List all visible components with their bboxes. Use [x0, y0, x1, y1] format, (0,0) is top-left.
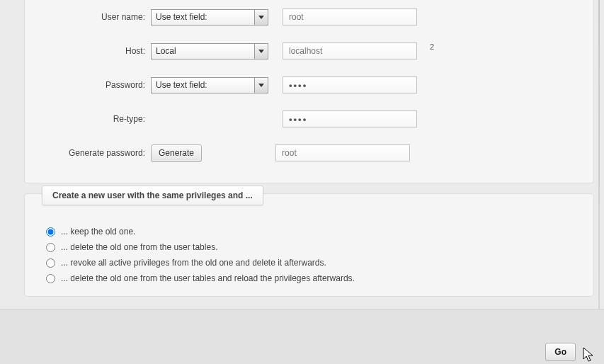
login-info-panel: User name: Use text field: root Host: Lo…	[24, 0, 594, 183]
row-password: Password: Use text field: ••••	[32, 68, 586, 102]
copy-user-legend: Create a new user with the same privileg…	[42, 186, 263, 205]
radio-keep-label[interactable]: ... keep the old one.	[61, 227, 135, 237]
action-bar: Go	[0, 309, 604, 364]
radio-revoke-label[interactable]: ... revoke all active privileges from th…	[61, 258, 326, 268]
input-retype[interactable]: ••••	[283, 110, 417, 127]
select-username-mode-value: Use text field:	[156, 12, 207, 22]
row-retype: Re-type: ••••	[32, 102, 586, 136]
input-password[interactable]: ••••	[283, 76, 417, 93]
input-username[interactable]: root	[283, 8, 417, 25]
input-password-value: ••••	[289, 80, 307, 91]
select-host-mode-value: Local	[156, 46, 176, 56]
chevron-down-icon	[254, 44, 268, 59]
label-host: Host:	[32, 46, 151, 56]
chevron-down-icon	[254, 10, 268, 25]
select-host-mode[interactable]: Local	[151, 43, 268, 59]
radio-row-delete-reload: ... delete the old one from the user tab…	[46, 271, 579, 286]
row-host: Host: Local localhost 2	[32, 34, 586, 68]
go-button[interactable]: Go	[545, 343, 576, 361]
select-password-mode-value: Use text field:	[156, 80, 207, 90]
radio-row-keep: ... keep the old one.	[46, 224, 579, 239]
radio-delete[interactable]	[46, 243, 55, 252]
spacer	[151, 111, 268, 127]
row-username: User name: Use text field: root	[32, 0, 586, 34]
radio-row-delete: ... delete the old one from the user tab…	[46, 239, 579, 255]
radio-row-revoke: ... revoke all active privileges from th…	[46, 255, 579, 271]
radio-delete-reload-label[interactable]: ... delete the old one from the user tab…	[61, 273, 355, 283]
generate-button[interactable]: Generate	[151, 144, 202, 162]
label-password: Password:	[32, 80, 151, 90]
cursor-icon	[583, 347, 596, 364]
input-username-value: root	[289, 12, 304, 22]
input-host[interactable]: localhost	[283, 42, 417, 59]
label-generate: Generate password:	[32, 148, 151, 158]
input-generated[interactable]: root	[275, 144, 410, 161]
go-button-label: Go	[554, 347, 566, 357]
copy-user-panel: Create a new user with the same privileg…	[24, 193, 594, 297]
input-host-value: localhost	[289, 46, 322, 56]
radio-delete-reload[interactable]	[46, 274, 55, 283]
select-username-mode[interactable]: Use text field:	[151, 9, 268, 25]
chevron-down-icon	[254, 78, 268, 93]
radio-keep[interactable]	[46, 227, 55, 237]
input-retype-value: ••••	[289, 114, 307, 125]
label-retype: Re-type:	[32, 114, 151, 124]
select-password-mode[interactable]: Use text field:	[151, 77, 268, 93]
label-username: User name:	[32, 12, 151, 22]
row-generate: Generate password: Generate root	[32, 136, 586, 170]
host-footnote: 2	[430, 42, 434, 51]
input-generated-value: root	[282, 148, 297, 158]
radio-delete-label[interactable]: ... delete the old one from the user tab…	[61, 242, 217, 252]
radio-revoke[interactable]	[46, 258, 55, 268]
generate-button-label: Generate	[159, 148, 194, 158]
